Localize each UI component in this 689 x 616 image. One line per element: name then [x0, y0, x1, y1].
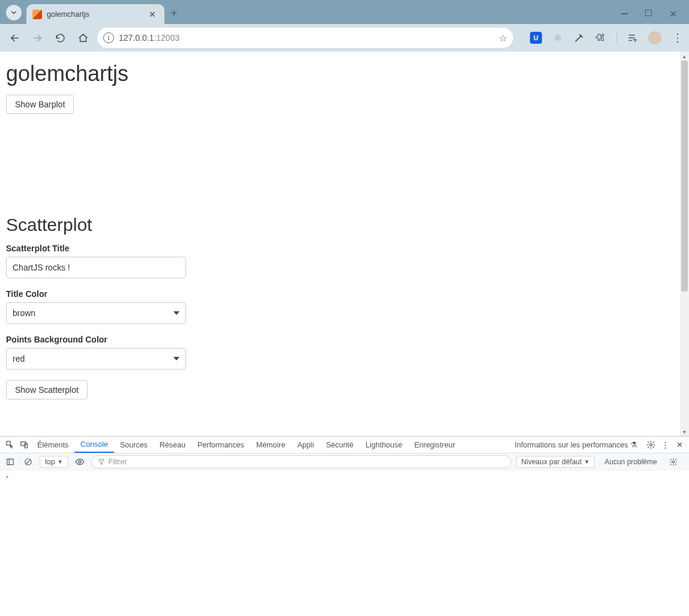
window-minimize-button[interactable]	[620, 10, 628, 18]
devtools-tab-memory[interactable]: Mémoire	[250, 437, 292, 453]
tab-search-button[interactable]	[6, 5, 22, 20]
window-maximize-button[interactable]	[645, 10, 652, 16]
reading-list-icon[interactable]	[627, 32, 639, 44]
devtools-tab-network[interactable]: Réseau	[154, 437, 191, 453]
devtools-tab-elements[interactable]: Éléments	[31, 437, 74, 453]
svg-rect-5	[6, 441, 10, 445]
page-title: golemchartjs	[6, 61, 683, 86]
back-button[interactable]	[6, 29, 23, 46]
reload-button[interactable]	[52, 29, 68, 46]
browser-menu-button[interactable]: ⋮	[671, 32, 683, 44]
address-bar[interactable]: i 127.0.0.1:12003 ☆	[97, 28, 513, 48]
svg-point-13	[79, 461, 81, 463]
select-value: red	[13, 354, 25, 363]
console-levels-select[interactable]: Niveaux par défaut▼	[516, 456, 595, 468]
chevron-down-icon	[173, 357, 179, 360]
devtools-tabbar: Éléments Console Sources Réseau Performa…	[0, 437, 689, 453]
show-scatterplot-button[interactable]: Show Scatterplot	[6, 380, 88, 399]
extension-bitwarden-icon[interactable]: U	[530, 32, 542, 44]
scatterplot-title-label: Scatterplot Title	[6, 244, 683, 253]
home-button[interactable]	[74, 29, 91, 46]
points-bg-color-label: Points Background Color	[6, 335, 683, 344]
live-expression-icon[interactable]	[73, 457, 86, 467]
devtools-tab-security[interactable]: Sécurité	[320, 437, 360, 453]
scatterplot-title-input[interactable]: ChartJS rocks !	[6, 257, 186, 278]
console-context-select[interactable]: top▼	[40, 456, 68, 468]
tab-title: golemchartjs	[47, 10, 142, 19]
svg-rect-9	[7, 459, 14, 464]
extension-icons: U ⚛ ⋮	[530, 31, 683, 44]
forward-button[interactable]	[29, 29, 46, 46]
title-color-select[interactable]: brown	[6, 302, 186, 324]
devtools-settings-icon[interactable]	[643, 440, 658, 449]
select-value: brown	[13, 308, 35, 318]
separator	[616, 32, 617, 44]
devtools-tab-performance[interactable]: Performances	[191, 437, 250, 453]
devtools-tab-sources[interactable]: Sources	[114, 437, 154, 453]
extensions-menu-icon[interactable]	[595, 32, 607, 44]
scatterplot-section-title: Scatterplot	[6, 215, 683, 235]
svg-marker-14	[98, 459, 104, 464]
profile-avatar-icon[interactable]	[648, 31, 661, 44]
devtools-tab-application[interactable]: Appli	[291, 437, 320, 453]
console-toolbar: top▼ Filtrer Niveaux par défaut▼ Aucun p…	[0, 453, 689, 470]
scroll-up-icon[interactable]: ▴	[680, 52, 689, 61]
chevron-down-icon	[173, 311, 179, 315]
site-info-icon[interactable]: i	[103, 32, 114, 43]
browser-tab[interactable]: golemchartjs ✕	[26, 4, 164, 24]
device-toolbar-icon[interactable]	[17, 440, 31, 449]
title-color-label: Title Color	[6, 289, 683, 299]
window-titlebar: golemchartjs ✕ + ✕	[0, 0, 689, 24]
vertical-scrollbar[interactable]: ▴ ▾	[680, 52, 689, 436]
svg-point-8	[649, 444, 652, 446]
extension-react-devtools-icon[interactable]: ⚛	[552, 32, 564, 44]
flask-icon: ⚗	[630, 440, 637, 449]
browser-toolbar: i 127.0.0.1:12003 ☆ U ⚛ ⋮	[0, 24, 689, 52]
console-issues-link[interactable]: Aucun problème	[600, 458, 661, 466]
console-prompt-icon: ›	[5, 473, 9, 481]
filter-placeholder: Filtrer	[109, 458, 127, 466]
inspect-element-icon[interactable]	[2, 440, 17, 449]
points-bg-color-select[interactable]: red	[6, 348, 186, 369]
input-value: ChartJS rocks !	[13, 263, 70, 272]
devtools-tab-lighthouse[interactable]: Lighthouse	[360, 437, 408, 453]
svg-line-12	[26, 459, 31, 464]
page-viewport: golemchartjs Show Barplot Scatterplot Sc…	[0, 52, 689, 436]
show-barplot-button[interactable]: Show Barplot	[6, 95, 74, 114]
devtools-menu-icon[interactable]: ⋮	[658, 440, 672, 449]
devtools-tab-console[interactable]: Console	[74, 437, 114, 453]
scroll-down-icon[interactable]: ▾	[680, 427, 689, 436]
devtools-tab-perf-insights[interactable]: Informations sur les performances ⚗	[509, 437, 643, 453]
tabstrip: golemchartjs ✕ +	[0, 0, 620, 24]
tab-close-button[interactable]: ✕	[146, 10, 158, 19]
favicon-icon	[32, 10, 42, 19]
svg-point-15	[672, 461, 675, 463]
devtools-close-icon[interactable]: ✕	[672, 440, 687, 449]
window-close-button[interactable]: ✕	[669, 10, 677, 18]
devtools-panel: Éléments Console Sources Réseau Performa…	[0, 436, 689, 616]
scrollbar-thumb[interactable]	[681, 61, 688, 292]
url-text: 127.0.0.1:12003	[119, 33, 494, 43]
extension-colorpicker-icon[interactable]	[573, 32, 585, 44]
devtools-tab-recorder[interactable]: Enregistreur	[408, 437, 461, 453]
console-output[interactable]: ›	[0, 470, 689, 616]
console-clear-icon[interactable]	[22, 458, 35, 466]
bookmark-star-icon[interactable]: ☆	[499, 32, 507, 44]
console-filter-input[interactable]: Filtrer	[91, 455, 511, 468]
new-tab-button[interactable]: +	[170, 7, 178, 20]
console-settings-icon[interactable]	[667, 458, 680, 466]
console-sidebar-toggle-icon[interactable]	[4, 458, 17, 466]
window-controls: ✕	[620, 10, 689, 24]
